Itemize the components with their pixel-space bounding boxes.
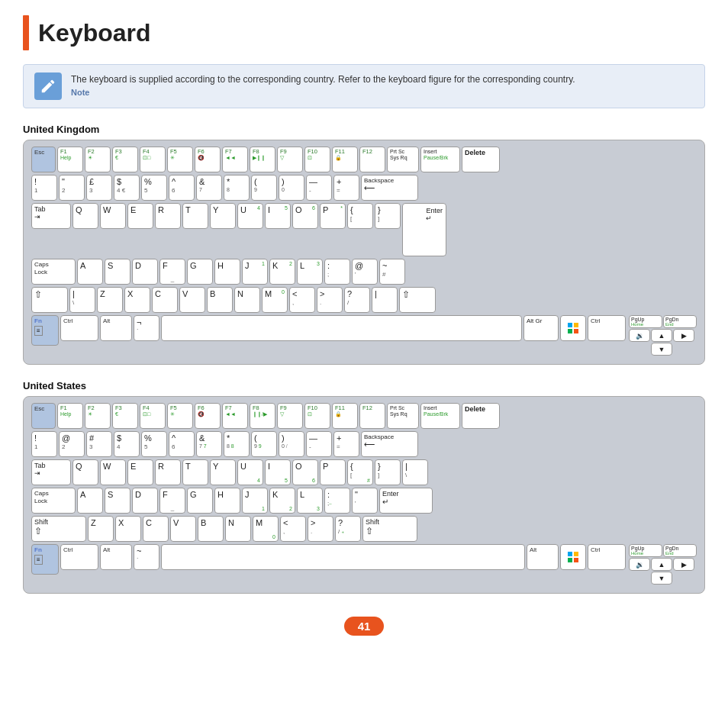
us-key-7[interactable]: &7 7 (196, 431, 222, 457)
key-z[interactable]: Z (97, 287, 123, 313)
us-key-a[interactable]: A (77, 488, 103, 514)
us-key-slash[interactable]: ?/ + (335, 516, 361, 542)
key-space[interactable] (161, 315, 522, 341)
key-0[interactable]: )0 (279, 175, 304, 201)
key-fn[interactable]: Fn ≡ (31, 315, 59, 346)
us-key-shift-left[interactable]: Shift⇧ (31, 516, 86, 542)
us-key-e[interactable]: E (127, 459, 153, 485)
key-m[interactable]: M0 (262, 287, 288, 313)
us-key-windows[interactable] (560, 544, 586, 570)
key-insert[interactable]: InsertPause/Brk (420, 147, 460, 172)
key-f12[interactable]: F12 (359, 147, 385, 172)
us-key-fn[interactable]: Fn ≡ (31, 544, 59, 575)
us-key-l[interactable]: L3 (297, 488, 323, 514)
key-arr-down[interactable]: ▼ (651, 343, 672, 356)
key-8[interactable]: *8 (224, 175, 250, 201)
key-f6[interactable]: F6🔇 (195, 147, 221, 172)
key-f3[interactable]: F3€ (112, 147, 138, 172)
key-y[interactable]: Y (210, 203, 236, 229)
key-7[interactable]: &7 (196, 175, 222, 201)
us-key-f3[interactable]: F3€ (112, 403, 138, 429)
key-h[interactable]: H (214, 259, 240, 285)
key-enter-uk[interactable]: Enter↵ (402, 203, 446, 256)
us-key-9[interactable]: (9 9 (251, 431, 277, 457)
us-key-f6[interactable]: F6🔇 (195, 403, 221, 429)
us-key-ctrl-right[interactable]: Ctrl (588, 544, 626, 570)
key-vol-down[interactable]: 🔉 (629, 329, 650, 342)
us-key-g[interactable]: G (187, 488, 213, 514)
us-key-arr-up[interactable]: ▲ (651, 558, 672, 571)
us-key-v[interactable]: V (170, 516, 196, 542)
key-q[interactable]: Q (72, 203, 98, 229)
us-key-insert[interactable]: InsertPause/Brk (420, 403, 460, 429)
us-key-u[interactable]: U4 (237, 459, 263, 485)
key-backtick[interactable]: !1 (31, 175, 57, 201)
key-arr-right[interactable]: ▶ (673, 329, 694, 342)
key-c[interactable]: C (152, 287, 178, 313)
key-o[interactable]: O6 (292, 203, 318, 229)
us-key-p[interactable]: P (320, 459, 346, 485)
key-i[interactable]: I5 (265, 203, 291, 229)
us-key-ctrl-left[interactable]: Ctrl (60, 544, 98, 570)
us-key-pgdn[interactable]: PgDnEnd (663, 544, 697, 557)
us-key-alt-left[interactable]: Alt (100, 544, 132, 570)
us-key-w[interactable]: W (100, 459, 126, 485)
key-k[interactable]: K2 (269, 259, 295, 285)
key-x[interactable]: X (124, 287, 150, 313)
us-key-f10[interactable]: F10⊡ (304, 403, 330, 429)
us-key-j[interactable]: J1 (242, 488, 268, 514)
key-t[interactable]: T (182, 203, 208, 229)
us-key-f[interactable]: F_ (159, 488, 185, 514)
us-key-comma[interactable]: <, (280, 516, 306, 542)
key-capslock[interactable]: CapsLock (31, 259, 76, 285)
key-shift-left[interactable]: ⇧ (31, 287, 68, 313)
us-key-space[interactable] (161, 544, 525, 570)
key-arr-up[interactable]: ▲ (651, 329, 672, 342)
us-key-y[interactable]: Y (210, 459, 236, 485)
key-rbracket[interactable]: }] (375, 203, 401, 229)
us-key-prtsc[interactable]: Prt ScSys Rq (387, 403, 419, 429)
us-key-b[interactable]: B (198, 516, 224, 542)
us-key-o[interactable]: O6 (292, 459, 318, 485)
us-key-backspace[interactable]: Backspace⟵ (361, 431, 418, 457)
key-b[interactable]: B (207, 287, 233, 313)
us-key-f8[interactable]: F8❙❙/▶ (250, 403, 275, 429)
key-slash[interactable]: ?/ (344, 287, 370, 313)
key-ctrl-left[interactable]: Ctrl (60, 315, 98, 341)
us-key-x[interactable]: X (115, 516, 141, 542)
key-3[interactable]: £3 (86, 175, 112, 201)
key-p[interactable]: P* (320, 203, 346, 229)
us-key-k[interactable]: K2 (269, 488, 295, 514)
us-key-f2[interactable]: F2☀ (85, 403, 111, 429)
key-ctrl-right[interactable]: Ctrl (588, 315, 626, 341)
key-pgup[interactable]: PgUpHome (629, 315, 662, 328)
key-u[interactable]: U4 (237, 203, 263, 229)
us-key-equal[interactable]: += (333, 431, 359, 457)
us-key-esc[interactable]: Esc (31, 403, 56, 429)
key-hash[interactable]: ~# (379, 259, 405, 285)
key-delete[interactable]: Delete (462, 147, 500, 172)
us-key-i[interactable]: I5 (265, 459, 291, 485)
key-esc[interactable]: Esc (31, 147, 56, 172)
key-r[interactable]: R (155, 203, 181, 229)
us-key-alt-right[interactable]: Alt (527, 544, 559, 570)
us-key-quote[interactable]: "' (352, 488, 378, 514)
us-key-d[interactable]: D (132, 488, 158, 514)
key-tab[interactable]: Tab⇥ (31, 203, 71, 229)
us-key-shift-right[interactable]: Shift⇧ (362, 516, 417, 542)
us-key-z[interactable]: Z (88, 516, 114, 542)
key-v[interactable]: V (179, 287, 205, 313)
us-key-tab[interactable]: Tab⇥ (31, 459, 71, 485)
key-4[interactable]: $4 € (114, 175, 140, 201)
us-key-f1[interactable]: F1Help (57, 403, 83, 429)
us-key-lbracket[interactable]: {[# (347, 459, 373, 485)
us-key-f11[interactable]: F11🔒 (332, 403, 358, 429)
us-key-arr-down[interactable]: ▼ (651, 572, 672, 585)
key-f8[interactable]: F8▶❙❙ (250, 147, 275, 172)
us-key-semicolon[interactable]: :;– (324, 488, 350, 514)
key-pgdn[interactable]: PgDnEnd (663, 315, 697, 328)
key-semicolon[interactable]: :; (324, 259, 350, 285)
key-prtsc[interactable]: Prt ScSys Rq (387, 147, 419, 172)
us-key-c[interactable]: C (143, 516, 169, 542)
us-key-n[interactable]: N (225, 516, 251, 542)
